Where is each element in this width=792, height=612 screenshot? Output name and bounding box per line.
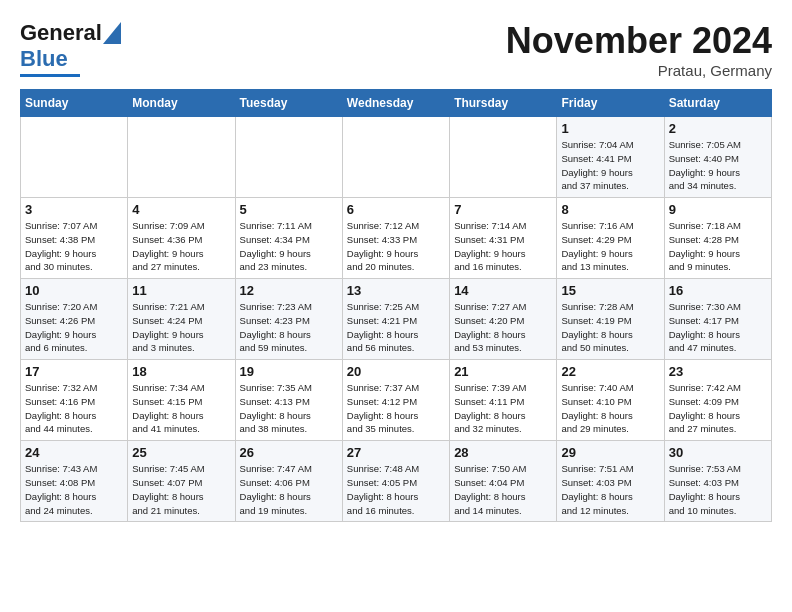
day-info: Sunrise: 7:09 AM Sunset: 4:36 PM Dayligh… (132, 219, 230, 274)
day-info: Sunrise: 7:14 AM Sunset: 4:31 PM Dayligh… (454, 219, 552, 274)
day-number: 14 (454, 283, 552, 298)
calendar-week-row: 3Sunrise: 7:07 AM Sunset: 4:38 PM Daylig… (21, 198, 772, 279)
day-number: 5 (240, 202, 338, 217)
calendar-cell: 29Sunrise: 7:51 AM Sunset: 4:03 PM Dayli… (557, 441, 664, 522)
day-number: 12 (240, 283, 338, 298)
day-number: 20 (347, 364, 445, 379)
day-number: 23 (669, 364, 767, 379)
day-number: 2 (669, 121, 767, 136)
day-number: 8 (561, 202, 659, 217)
location-subtitle: Pratau, Germany (506, 62, 772, 79)
calendar-week-row: 24Sunrise: 7:43 AM Sunset: 4:08 PM Dayli… (21, 441, 772, 522)
calendar-header-friday: Friday (557, 90, 664, 117)
day-info: Sunrise: 7:48 AM Sunset: 4:05 PM Dayligh… (347, 462, 445, 517)
calendar-cell: 14Sunrise: 7:27 AM Sunset: 4:20 PM Dayli… (450, 279, 557, 360)
day-info: Sunrise: 7:40 AM Sunset: 4:10 PM Dayligh… (561, 381, 659, 436)
calendar-cell: 16Sunrise: 7:30 AM Sunset: 4:17 PM Dayli… (664, 279, 771, 360)
month-title: November 2024 (506, 20, 772, 62)
day-info: Sunrise: 7:43 AM Sunset: 4:08 PM Dayligh… (25, 462, 123, 517)
calendar-cell: 20Sunrise: 7:37 AM Sunset: 4:12 PM Dayli… (342, 360, 449, 441)
calendar-cell: 25Sunrise: 7:45 AM Sunset: 4:07 PM Dayli… (128, 441, 235, 522)
calendar-week-row: 1Sunrise: 7:04 AM Sunset: 4:41 PM Daylig… (21, 117, 772, 198)
day-number: 26 (240, 445, 338, 460)
day-number: 30 (669, 445, 767, 460)
calendar-cell: 9Sunrise: 7:18 AM Sunset: 4:28 PM Daylig… (664, 198, 771, 279)
calendar-cell: 27Sunrise: 7:48 AM Sunset: 4:05 PM Dayli… (342, 441, 449, 522)
day-info: Sunrise: 7:35 AM Sunset: 4:13 PM Dayligh… (240, 381, 338, 436)
day-info: Sunrise: 7:18 AM Sunset: 4:28 PM Dayligh… (669, 219, 767, 274)
day-number: 18 (132, 364, 230, 379)
svg-marker-0 (103, 22, 121, 44)
calendar-week-row: 17Sunrise: 7:32 AM Sunset: 4:16 PM Dayli… (21, 360, 772, 441)
day-number: 24 (25, 445, 123, 460)
logo-blue-text: Blue (20, 46, 68, 72)
calendar-cell: 30Sunrise: 7:53 AM Sunset: 4:03 PM Dayli… (664, 441, 771, 522)
calendar-cell: 6Sunrise: 7:12 AM Sunset: 4:33 PM Daylig… (342, 198, 449, 279)
day-info: Sunrise: 7:16 AM Sunset: 4:29 PM Dayligh… (561, 219, 659, 274)
calendar-table: SundayMondayTuesdayWednesdayThursdayFrid… (20, 89, 772, 522)
day-number: 15 (561, 283, 659, 298)
day-info: Sunrise: 7:21 AM Sunset: 4:24 PM Dayligh… (132, 300, 230, 355)
day-number: 17 (25, 364, 123, 379)
day-info: Sunrise: 7:47 AM Sunset: 4:06 PM Dayligh… (240, 462, 338, 517)
day-info: Sunrise: 7:53 AM Sunset: 4:03 PM Dayligh… (669, 462, 767, 517)
calendar-cell: 19Sunrise: 7:35 AM Sunset: 4:13 PM Dayli… (235, 360, 342, 441)
calendar-header-wednesday: Wednesday (342, 90, 449, 117)
calendar-header-saturday: Saturday (664, 90, 771, 117)
calendar-header-thursday: Thursday (450, 90, 557, 117)
logo-underline (20, 74, 80, 77)
day-number: 13 (347, 283, 445, 298)
day-info: Sunrise: 7:05 AM Sunset: 4:40 PM Dayligh… (669, 138, 767, 193)
calendar-cell: 10Sunrise: 7:20 AM Sunset: 4:26 PM Dayli… (21, 279, 128, 360)
day-number: 6 (347, 202, 445, 217)
calendar-cell: 24Sunrise: 7:43 AM Sunset: 4:08 PM Dayli… (21, 441, 128, 522)
day-number: 9 (669, 202, 767, 217)
calendar-cell: 22Sunrise: 7:40 AM Sunset: 4:10 PM Dayli… (557, 360, 664, 441)
day-info: Sunrise: 7:45 AM Sunset: 4:07 PM Dayligh… (132, 462, 230, 517)
day-info: Sunrise: 7:42 AM Sunset: 4:09 PM Dayligh… (669, 381, 767, 436)
day-number: 29 (561, 445, 659, 460)
day-info: Sunrise: 7:30 AM Sunset: 4:17 PM Dayligh… (669, 300, 767, 355)
day-info: Sunrise: 7:51 AM Sunset: 4:03 PM Dayligh… (561, 462, 659, 517)
calendar-cell (342, 117, 449, 198)
page-header: General Blue November 2024 Pratau, Germa… (20, 20, 772, 79)
day-info: Sunrise: 7:37 AM Sunset: 4:12 PM Dayligh… (347, 381, 445, 436)
calendar-cell: 26Sunrise: 7:47 AM Sunset: 4:06 PM Dayli… (235, 441, 342, 522)
calendar-header-row: SundayMondayTuesdayWednesdayThursdayFrid… (21, 90, 772, 117)
logo: General Blue (20, 20, 121, 77)
calendar-cell (450, 117, 557, 198)
calendar-cell: 4Sunrise: 7:09 AM Sunset: 4:36 PM Daylig… (128, 198, 235, 279)
calendar-cell: 3Sunrise: 7:07 AM Sunset: 4:38 PM Daylig… (21, 198, 128, 279)
day-info: Sunrise: 7:27 AM Sunset: 4:20 PM Dayligh… (454, 300, 552, 355)
calendar-cell: 1Sunrise: 7:04 AM Sunset: 4:41 PM Daylig… (557, 117, 664, 198)
calendar-cell: 21Sunrise: 7:39 AM Sunset: 4:11 PM Dayli… (450, 360, 557, 441)
day-info: Sunrise: 7:28 AM Sunset: 4:19 PM Dayligh… (561, 300, 659, 355)
calendar-cell (235, 117, 342, 198)
day-info: Sunrise: 7:07 AM Sunset: 4:38 PM Dayligh… (25, 219, 123, 274)
calendar-cell: 7Sunrise: 7:14 AM Sunset: 4:31 PM Daylig… (450, 198, 557, 279)
day-number: 28 (454, 445, 552, 460)
day-number: 25 (132, 445, 230, 460)
calendar-cell: 12Sunrise: 7:23 AM Sunset: 4:23 PM Dayli… (235, 279, 342, 360)
day-info: Sunrise: 7:20 AM Sunset: 4:26 PM Dayligh… (25, 300, 123, 355)
day-info: Sunrise: 7:50 AM Sunset: 4:04 PM Dayligh… (454, 462, 552, 517)
day-number: 3 (25, 202, 123, 217)
calendar-cell: 11Sunrise: 7:21 AM Sunset: 4:24 PM Dayli… (128, 279, 235, 360)
calendar-cell: 28Sunrise: 7:50 AM Sunset: 4:04 PM Dayli… (450, 441, 557, 522)
calendar-cell: 18Sunrise: 7:34 AM Sunset: 4:15 PM Dayli… (128, 360, 235, 441)
logo-general-text: General (20, 20, 102, 46)
day-number: 4 (132, 202, 230, 217)
calendar-header-tuesday: Tuesday (235, 90, 342, 117)
day-number: 11 (132, 283, 230, 298)
calendar-cell: 8Sunrise: 7:16 AM Sunset: 4:29 PM Daylig… (557, 198, 664, 279)
calendar-header-monday: Monday (128, 90, 235, 117)
calendar-cell: 17Sunrise: 7:32 AM Sunset: 4:16 PM Dayli… (21, 360, 128, 441)
day-number: 22 (561, 364, 659, 379)
calendar-week-row: 10Sunrise: 7:20 AM Sunset: 4:26 PM Dayli… (21, 279, 772, 360)
day-number: 10 (25, 283, 123, 298)
day-number: 7 (454, 202, 552, 217)
calendar-cell: 15Sunrise: 7:28 AM Sunset: 4:19 PM Dayli… (557, 279, 664, 360)
calendar-cell (128, 117, 235, 198)
day-number: 27 (347, 445, 445, 460)
day-info: Sunrise: 7:23 AM Sunset: 4:23 PM Dayligh… (240, 300, 338, 355)
